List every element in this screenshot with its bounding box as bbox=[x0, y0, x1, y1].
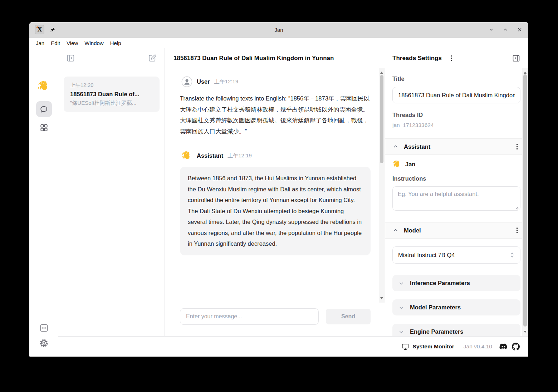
assistant-avatar-wave-icon bbox=[181, 150, 192, 161]
panel-scroll-area[interactable]: Title Threads ID jan_1712333624 Assistan… bbox=[385, 68, 528, 336]
menu-window[interactable]: Window bbox=[81, 39, 107, 47]
user-message-text: Translate the following texts into Engli… bbox=[180, 93, 371, 137]
inference-parameters-label: Inference Parameters bbox=[410, 280, 470, 286]
assistant-wave-icon bbox=[392, 160, 402, 169]
menu-help[interactable]: Help bbox=[107, 39, 124, 47]
assistant-message-text: Between 1856 and 1873, the Hui Muslims i… bbox=[180, 167, 371, 255]
hub-nav-button[interactable] bbox=[36, 120, 52, 136]
inference-parameters-toggle[interactable]: Inference Parameters bbox=[392, 275, 520, 291]
thread-time: 上午12:20 bbox=[70, 82, 153, 89]
app-icon: X bbox=[35, 25, 44, 34]
scroll-up-arrow[interactable] bbox=[524, 72, 527, 74]
scroll-down-arrow[interactable] bbox=[380, 297, 383, 299]
chat-icon bbox=[39, 105, 48, 114]
model-section-label: Model bbox=[404, 227, 421, 234]
apps-grid-icon bbox=[39, 123, 49, 132]
discord-icon[interactable] bbox=[499, 343, 508, 350]
message-time: 上午12:19 bbox=[214, 78, 239, 85]
message-author: User bbox=[197, 78, 210, 85]
window-titlebar[interactable]: X Jan bbox=[29, 22, 528, 38]
message-author: Assistant bbox=[197, 152, 223, 159]
threads-nav-button[interactable] bbox=[36, 101, 52, 117]
message-input[interactable] bbox=[180, 308, 319, 325]
chat-thread-title: 18561873 Duan Rule of Dali Muslim Kingdo… bbox=[165, 55, 334, 62]
assistant-section-header[interactable]: Assistant bbox=[385, 138, 528, 155]
composer: Send bbox=[165, 303, 385, 336]
send-button[interactable]: Send bbox=[326, 309, 371, 324]
assistant-identity: Jan bbox=[392, 160, 520, 169]
maximize-icon[interactable] bbox=[503, 27, 508, 33]
user-message: User 上午12:19 Translate the following tex… bbox=[180, 76, 371, 137]
panel-more-vertical-icon[interactable] bbox=[450, 54, 454, 63]
threads-id-value: jan_1712333624 bbox=[392, 122, 520, 128]
assistant-more-vertical-icon[interactable] bbox=[515, 142, 519, 151]
panel-scrollbar-thumb[interactable] bbox=[523, 74, 527, 327]
model-parameters-toggle[interactable]: Model Parameters bbox=[392, 299, 520, 315]
menubar: Jan Edit View Window Help bbox=[29, 38, 528, 48]
select-updown-icon bbox=[509, 252, 515, 258]
message-time: 上午12:19 bbox=[227, 152, 252, 159]
model-select-value: Mistral Instruct 7B Q4 bbox=[398, 252, 455, 259]
panel-collapse-icon bbox=[512, 54, 520, 63]
resize-handle-icon[interactable] bbox=[515, 206, 519, 210]
close-icon[interactable] bbox=[517, 27, 523, 33]
thread-preview: "條UESoft杜阿斯比江罗藝... bbox=[70, 100, 153, 107]
thread-list-header bbox=[58, 48, 165, 68]
engine-parameters-toggle[interactable]: Engine Parameters bbox=[392, 324, 520, 336]
monitor-icon bbox=[402, 343, 409, 350]
assistant-message: Assistant 上午12:19 Between 1856 and 1873,… bbox=[180, 150, 371, 255]
settings-button[interactable] bbox=[39, 338, 49, 348]
chat-scrollbar[interactable] bbox=[379, 68, 385, 303]
chevron-down-icon bbox=[398, 280, 405, 286]
new-thread-icon bbox=[148, 54, 157, 63]
collapse-panel-button[interactable] bbox=[512, 54, 520, 63]
thread-title-input[interactable] bbox=[392, 87, 520, 103]
status-bar: System Monitor Jan v0.4.10 bbox=[58, 336, 528, 357]
chevron-down-icon bbox=[398, 329, 405, 335]
title-label: Title bbox=[392, 75, 405, 82]
chevron-down-icon bbox=[398, 304, 405, 311]
panel-scrollbar[interactable] bbox=[522, 68, 528, 336]
threads-id-label: Threads ID bbox=[392, 112, 520, 118]
chevron-up-icon bbox=[392, 227, 399, 234]
minimize-icon[interactable] bbox=[488, 27, 494, 33]
model-section-header[interactable]: Model bbox=[385, 222, 528, 239]
instructions-label: Instructions bbox=[392, 175, 520, 182]
menu-jan[interactable]: Jan bbox=[33, 39, 48, 47]
message-scroll-area[interactable]: User 上午12:19 Translate the following tex… bbox=[165, 68, 385, 303]
assistant-name: Jan bbox=[405, 161, 415, 168]
instructions-textarea[interactable] bbox=[392, 186, 520, 211]
settings-gear-icon bbox=[39, 338, 49, 348]
left-ribbon bbox=[29, 48, 58, 357]
local-api-server-button[interactable] bbox=[39, 323, 49, 333]
local-api-icon bbox=[39, 323, 49, 333]
scroll-down-arrow[interactable] bbox=[524, 331, 527, 333]
scroll-up-arrow[interactable] bbox=[380, 72, 383, 74]
thread-title: 18561873 Duan Rule of... bbox=[70, 91, 153, 98]
model-parameters-label: Model Parameters bbox=[410, 304, 461, 311]
new-thread-button[interactable] bbox=[148, 54, 157, 63]
chat-scrollbar-thumb[interactable] bbox=[380, 75, 383, 163]
jan-logo-wave-icon bbox=[38, 80, 50, 94]
thread-list-item[interactable]: 上午12:20 18561873 Duan Rule of... "條UESof… bbox=[64, 77, 160, 112]
model-more-vertical-icon[interactable] bbox=[515, 226, 519, 235]
menu-edit[interactable]: Edit bbox=[48, 39, 63, 47]
window-title: Jan bbox=[29, 27, 528, 33]
engine-parameters-label: Engine Parameters bbox=[410, 328, 463, 335]
chevron-up-icon bbox=[392, 143, 399, 150]
panel-title: Threads Settings bbox=[392, 55, 442, 62]
user-avatar-icon bbox=[181, 76, 192, 87]
assistant-section-label: Assistant bbox=[404, 143, 430, 150]
menu-view[interactable]: View bbox=[63, 39, 81, 47]
pin-icon[interactable] bbox=[50, 27, 55, 33]
collapse-sidebar-button[interactable] bbox=[66, 54, 75, 63]
jan-app-window: X Jan Jan Edit View Window Help bbox=[29, 22, 528, 357]
model-select[interactable]: Mistral Instruct 7B Q4 bbox=[392, 246, 520, 264]
system-monitor-button[interactable]: System Monitor bbox=[402, 343, 454, 350]
github-icon[interactable] bbox=[512, 343, 520, 351]
app-version: Jan v0.4.10 bbox=[464, 343, 492, 350]
thread-settings-panel: Threads Settings Title bbox=[385, 48, 528, 336]
thread-list-panel: 上午12:20 18561873 Duan Rule of... "條UESof… bbox=[58, 48, 165, 336]
collapse-sidebar-icon bbox=[66, 54, 75, 63]
chat-panel: 18561873 Duan Rule of Dali Muslim Kingdo… bbox=[165, 48, 385, 336]
